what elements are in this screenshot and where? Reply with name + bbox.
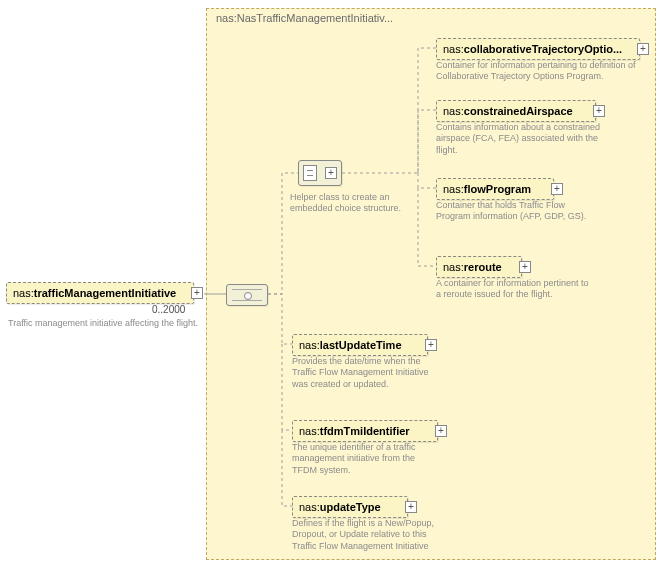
expand-icon[interactable]: + — [325, 167, 337, 179]
element-name: tfdmTmiIdentifier — [320, 425, 410, 437]
element-name: flowProgram — [464, 183, 531, 195]
element-lastUpdateTime[interactable]: nas:lastUpdateTime + — [292, 334, 428, 356]
sequence-connector[interactable] — [226, 284, 268, 306]
element-trafficManagementInitiative[interactable]: nas:trafficManagementInitiative + — [6, 282, 194, 304]
desc-seq-1: The unique identifier of a traffic manag… — [292, 442, 442, 476]
desc-seq-0: Provides the date/time when the Traffic … — [292, 356, 442, 390]
prefix: nas: — [443, 261, 464, 273]
desc-choice-0: Container for information pertaining to … — [436, 60, 646, 83]
element-name: trafficManagementInitiative — [34, 287, 176, 299]
prefix: nas: — [443, 183, 464, 195]
cardinality: 0..2000 — [152, 304, 185, 315]
element-updateType[interactable]: nas:updateType + — [292, 496, 408, 518]
switch-icon — [303, 165, 317, 181]
type-container-title: nas:NasTrafficManagementInitiativ... — [216, 12, 393, 24]
desc-choice-1: Contains information about a constrained… — [436, 122, 616, 156]
expand-icon[interactable]: + — [551, 183, 563, 195]
choice-connector[interactable]: + — [298, 160, 342, 186]
expand-icon[interactable]: + — [637, 43, 649, 55]
expand-icon[interactable]: + — [435, 425, 447, 437]
element-name: lastUpdateTime — [320, 339, 402, 351]
expand-icon[interactable]: + — [405, 501, 417, 513]
element-name: constrainedAirspace — [464, 105, 573, 117]
element-name: updateType — [320, 501, 381, 513]
desc-root: Traffic management initiative affecting … — [8, 318, 198, 329]
element-reroute[interactable]: nas:reroute + — [436, 256, 522, 278]
prefix: nas: — [299, 339, 320, 351]
desc-helper: Helper class to create an embedded choic… — [290, 192, 420, 215]
expand-icon[interactable]: + — [425, 339, 437, 351]
prefix: nas: — [443, 43, 464, 55]
prefix: nas: — [299, 501, 320, 513]
element-name: reroute — [464, 261, 502, 273]
prefix: nas: — [216, 12, 237, 24]
desc-choice-3: A container for information pertinent to… — [436, 278, 596, 301]
element-name: collaborativeTrajectoryOptio... — [464, 43, 622, 55]
expand-icon[interactable]: + — [191, 287, 203, 299]
element-flowProgram[interactable]: nas:flowProgram + — [436, 178, 554, 200]
type-name: NasTrafficManagementInitiativ... — [237, 12, 393, 24]
prefix: nas: — [13, 287, 34, 299]
desc-seq-2: Defines if the flight is a New/Popup, Dr… — [292, 518, 442, 552]
prefix: nas: — [299, 425, 320, 437]
expand-icon[interactable]: + — [593, 105, 605, 117]
prefix: nas: — [443, 105, 464, 117]
element-collaborativeTrajectoryOptions[interactable]: nas:collaborativeTrajectoryOptio... + — [436, 38, 640, 60]
desc-choice-2: Container that holds Traffic Flow Progra… — [436, 200, 596, 223]
element-constrainedAirspace[interactable]: nas:constrainedAirspace + — [436, 100, 596, 122]
element-tfdmTmiIdentifier[interactable]: nas:tfdmTmiIdentifier + — [292, 420, 438, 442]
expand-icon[interactable]: + — [519, 261, 531, 273]
